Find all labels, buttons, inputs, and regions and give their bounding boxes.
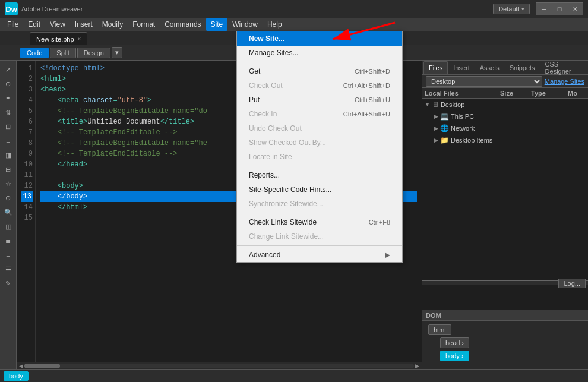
menu-help[interactable]: Help xyxy=(263,18,287,31)
design-view-button[interactable]: Design xyxy=(77,48,110,58)
tree-label-network: Network xyxy=(451,125,475,132)
tree-label-thispc: This PC xyxy=(451,113,474,120)
menu-new-site[interactable]: New Site... xyxy=(237,31,402,46)
menu-undo-checkout: Undo Check Out xyxy=(237,121,402,135)
titlebar: Dw Adobe Dreamweaver Default ▾ ─ □ ✕ xyxy=(0,0,588,18)
menu-locate-in-site: Locate in Site xyxy=(237,150,402,164)
line-numbers: 12345 678910 1112 13 1415 xyxy=(17,61,36,362)
horizontal-scrollbar[interactable]: ◀ ▶ xyxy=(17,362,422,369)
menu-edit[interactable]: Edit xyxy=(23,18,45,31)
dom-row-head: head › xyxy=(438,337,584,348)
manage-sites-link[interactable]: Manage Sites xyxy=(545,78,584,85)
location-select[interactable]: Desktop xyxy=(426,76,542,87)
folder-icon-thispc: 💻 xyxy=(440,112,449,121)
submenu-arrow-advanced: ▶ xyxy=(385,251,390,259)
tree-item-desktop-items[interactable]: ▶ 📁 Desktop Items xyxy=(422,134,588,146)
tree-label-desktop-items: Desktop Items xyxy=(451,137,492,144)
tool-6[interactable]: ≡ xyxy=(2,134,15,147)
separator-3 xyxy=(237,213,402,213)
tool-5[interactable]: ⊞ xyxy=(2,120,15,133)
preset-label: Default xyxy=(498,5,519,12)
tool-7[interactable]: ◨ xyxy=(2,149,15,162)
tab-close-button[interactable]: × xyxy=(78,36,81,42)
folder-icon-items: 📁 xyxy=(440,136,449,144)
restore-button[interactable]: □ xyxy=(552,3,567,15)
dom-tag-html[interactable]: html xyxy=(428,324,451,335)
right-panel: Files Insert Assets Snippets CSS Designe… xyxy=(422,61,588,369)
dom-tag-body[interactable]: body › xyxy=(440,351,469,361)
menu-view[interactable]: View xyxy=(45,18,70,31)
scrollbar-track[interactable] xyxy=(24,364,414,368)
tool-15[interactable]: ☰ xyxy=(2,263,15,276)
col-size: Size xyxy=(500,90,530,97)
file-tab[interactable]: New site.php × xyxy=(30,32,87,45)
tool-4[interactable]: ⇅ xyxy=(2,106,15,119)
tab-assets[interactable]: Assets xyxy=(475,61,504,74)
menu-insert[interactable]: Insert xyxy=(70,18,97,31)
view-arrow-button[interactable]: ▾ xyxy=(112,47,122,58)
insert-tool[interactable]: ⊕ xyxy=(2,77,15,90)
menu-check-links-sitewide[interactable]: Check Links Sitewide Ctrl+F8 xyxy=(237,215,402,229)
tab-insert[interactable]: Insert xyxy=(448,61,475,74)
split-view-button[interactable]: Split xyxy=(50,48,75,58)
tool-10[interactable]: ⊕ xyxy=(2,191,15,204)
minimize-button[interactable]: ─ xyxy=(536,3,552,15)
expand-icon-network: ▶ xyxy=(434,125,438,131)
code-view-button[interactable]: Code xyxy=(20,48,49,58)
tool-14[interactable]: ≡ xyxy=(2,248,15,261)
tool-12[interactable]: ◫ xyxy=(2,220,15,233)
log-button[interactable]: Log... xyxy=(558,279,586,288)
app-logo: Dw xyxy=(5,2,18,15)
menu-check-out: Check Out Ctrl+Alt+Shift+D xyxy=(237,78,402,93)
scrollbar-thumb[interactable] xyxy=(24,364,60,368)
dom-content: html head › body › xyxy=(422,321,588,365)
menu-get[interactable]: Get Ctrl+Shift+D xyxy=(237,64,402,78)
tool-9[interactable]: ☆ xyxy=(2,177,15,190)
separator-1 xyxy=(237,62,402,62)
menu-manage-sites[interactable]: Manage Sites... xyxy=(237,46,402,60)
tree-item-desktop[interactable]: ▼ 🖥 Desktop xyxy=(422,99,588,111)
menu-put[interactable]: Put Ctrl+Shift+U xyxy=(237,93,402,107)
dom-panel: DOM html head › body › xyxy=(422,310,588,369)
tree-label-desktop: Desktop xyxy=(441,101,464,108)
dom-tag-head[interactable]: head › xyxy=(440,337,469,348)
menu-site-specific-hints[interactable]: Site-Specific Code Hints... xyxy=(237,182,402,197)
tool-11[interactable]: 🔍 xyxy=(2,206,15,219)
files-columns: Local Files Size Type Mo xyxy=(422,88,588,99)
menu-check-in: Check In Ctrl+Alt+Shift+U xyxy=(237,107,402,121)
dom-label: DOM xyxy=(426,312,441,319)
menu-synchronize-sitewide: Synchronize Sitewide... xyxy=(237,197,402,211)
menubar: File Edit View Insert Modify Format Comm… xyxy=(0,18,588,31)
tab-snippets[interactable]: Snippets xyxy=(505,61,540,74)
tab-files[interactable]: Files xyxy=(423,61,448,74)
tool-3[interactable]: ✦ xyxy=(2,91,15,105)
status-body-tag[interactable]: body xyxy=(4,371,29,381)
folder-icon-network: 🌐 xyxy=(440,124,449,132)
dom-row-body: body › xyxy=(438,351,584,361)
menu-format[interactable]: Format xyxy=(128,18,160,31)
tool-8[interactable]: ⊟ xyxy=(2,163,15,176)
tool-13[interactable]: ≣ xyxy=(2,234,15,247)
tab-css-designer[interactable]: CSS Designer xyxy=(540,61,587,74)
tree-item-thispc[interactable]: ▶ 💻 This PC xyxy=(422,111,588,122)
menu-reports[interactable]: Reports... xyxy=(237,168,402,182)
menu-site[interactable]: Site xyxy=(206,18,228,31)
menu-advanced[interactable]: Advanced ▶ xyxy=(237,248,402,262)
dom-row-html: html xyxy=(426,324,584,335)
select-tool[interactable]: ↗ xyxy=(2,63,15,76)
close-button[interactable]: ✕ xyxy=(567,3,583,15)
log-area: Log... xyxy=(422,280,588,310)
menu-modify[interactable]: Modify xyxy=(97,18,128,31)
statusbar: body xyxy=(0,369,588,382)
menu-file[interactable]: File xyxy=(2,18,23,31)
separator-2 xyxy=(237,166,402,166)
menu-change-link-sitewide: Change Link Sitewide... xyxy=(237,229,402,244)
panel-tabs: Files Insert Assets Snippets CSS Designe… xyxy=(422,61,588,75)
folder-icon-desktop: 🖥 xyxy=(432,100,439,109)
tree-item-network[interactable]: ▶ 🌐 Network xyxy=(422,122,588,134)
menu-window[interactable]: Window xyxy=(227,18,263,31)
menu-commands[interactable]: Commands xyxy=(160,18,206,31)
expand-icon-thispc: ▶ xyxy=(434,113,438,119)
tab-filename: New site.php xyxy=(36,36,74,43)
tool-16[interactable]: ✎ xyxy=(2,277,15,290)
